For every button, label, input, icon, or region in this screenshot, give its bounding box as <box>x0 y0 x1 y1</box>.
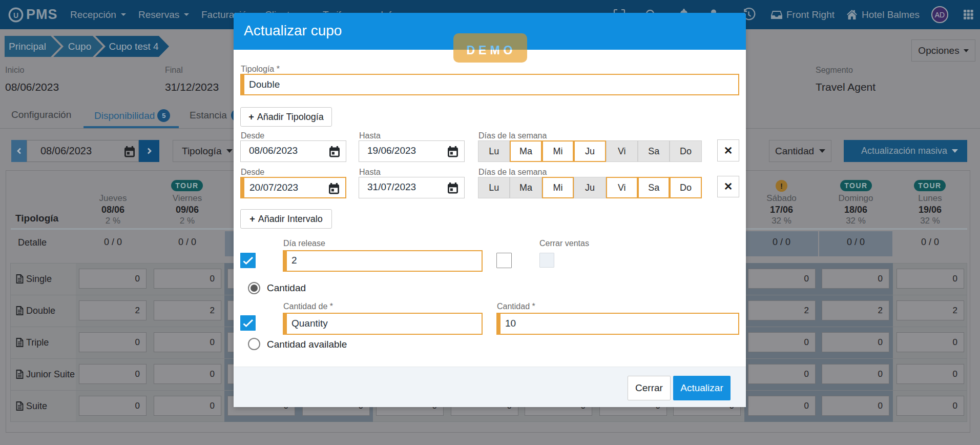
svg-text:U: U <box>13 11 18 19</box>
